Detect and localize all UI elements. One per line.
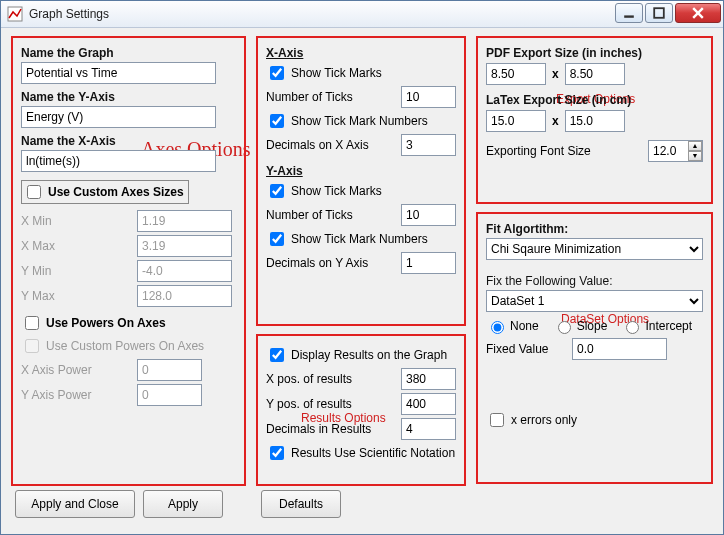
dataset-options-group: Fit Algortithm: Chi Sqaure Minimization …: [476, 212, 713, 484]
x-num-ticks-input[interactable]: [401, 86, 456, 108]
res-decimals-label: Decimals in Results: [266, 422, 395, 436]
fix-slope-label: Slope: [577, 319, 608, 333]
defaults-button[interactable]: Defaults: [261, 490, 341, 518]
font-size-label: Exporting Font Size: [486, 144, 642, 158]
use-custom-powers-label: Use Custom Powers On Axes: [46, 339, 204, 353]
use-powers-checkbox[interactable]: [25, 316, 39, 330]
y-show-nums-label: Show Tick Mark Numbers: [291, 232, 428, 246]
name-x-label: Name the X-Axis: [21, 134, 236, 148]
ypos-input[interactable]: [401, 393, 456, 415]
x-num-ticks-label: Number of Ticks: [266, 90, 395, 104]
apply-close-button[interactable]: Apply and Close: [15, 490, 135, 518]
display-results-checkbox[interactable]: [270, 348, 284, 362]
ymin-input: [137, 260, 232, 282]
use-custom-axes-label: Use Custom Axes Sizes: [48, 185, 184, 199]
y-power-label: Y Axis Power: [21, 388, 131, 402]
res-decimals-input[interactable]: [401, 418, 456, 440]
use-custom-axes-checkbox[interactable]: [27, 185, 41, 199]
fit-algo-label: Fit Algortithm:: [486, 222, 703, 236]
sci-notation-checkbox[interactable]: [270, 446, 284, 460]
xmin-input: [137, 210, 232, 232]
window-title: Graph Settings: [29, 7, 613, 21]
fixed-value-label: Fixed Value: [486, 342, 566, 356]
ymax-label: Y Max: [21, 289, 131, 303]
fix-slope-radio[interactable]: [558, 321, 571, 334]
maximize-button[interactable]: [645, 3, 673, 23]
xmin-label: X Min: [21, 214, 131, 228]
xaxis-header: X-Axis: [266, 46, 456, 60]
y-show-ticks-checkbox[interactable]: [270, 184, 284, 198]
latex-times: x: [552, 114, 559, 128]
close-button[interactable]: [675, 3, 721, 23]
export-options-group: PDF Export Size (in inches) x LaTex Expo…: [476, 36, 713, 204]
svg-rect-2: [654, 8, 664, 18]
latex-width-input[interactable]: [486, 110, 546, 132]
fix-intercept-label: Intercept: [645, 319, 692, 333]
y-decimals-input[interactable]: [401, 252, 456, 274]
xy-axis-group: X-Axis Show Tick Marks Number of Ticks S…: [256, 36, 466, 326]
y-show-ticks-label: Show Tick Marks: [291, 184, 382, 198]
xmax-input: [137, 235, 232, 257]
fix-value-label: Fix the Following Value:: [486, 274, 703, 288]
use-powers-label: Use Powers On Axes: [46, 316, 166, 330]
xmax-label: X Max: [21, 239, 131, 253]
y-num-ticks-input[interactable]: [401, 204, 456, 226]
xpos-label: X pos. of results: [266, 372, 395, 386]
ypos-label: Y pos. of results: [266, 397, 395, 411]
dataset-select[interactable]: DataSet 1: [486, 290, 703, 312]
x-decimals-label: Decimals on X Axis: [266, 138, 395, 152]
results-options-group: Display Results on the Graph X pos. of r…: [256, 334, 466, 486]
x-show-nums-checkbox[interactable]: [270, 114, 284, 128]
xerrors-checkbox[interactable]: [490, 413, 504, 427]
fix-none-label: None: [510, 319, 539, 333]
xerrors-label: x errors only: [511, 413, 577, 427]
y-show-nums-checkbox[interactable]: [270, 232, 284, 246]
name-graph-input[interactable]: [21, 62, 216, 84]
name-graph-label: Name the Graph: [21, 46, 236, 60]
minimize-button[interactable]: [615, 3, 643, 23]
x-decimals-input[interactable]: [401, 134, 456, 156]
pdf-times: x: [552, 67, 559, 81]
fixed-value-input[interactable]: [572, 338, 667, 360]
axes-options-group: Name the Graph Name the Y-Axis Name the …: [11, 36, 246, 486]
name-y-input[interactable]: [21, 106, 216, 128]
apply-button[interactable]: Apply: [143, 490, 223, 518]
ymin-label: Y Min: [21, 264, 131, 278]
pdf-width-input[interactable]: [486, 63, 546, 85]
fix-none-radio[interactable]: [491, 321, 504, 334]
display-results-label: Display Results on the Graph: [291, 348, 447, 362]
sci-notation-label: Results Use Scientific Notation: [291, 446, 455, 460]
x-show-ticks-checkbox[interactable]: [270, 66, 284, 80]
pdf-height-input[interactable]: [565, 63, 625, 85]
xpos-input[interactable]: [401, 368, 456, 390]
yaxis-header: Y-Axis: [266, 164, 456, 178]
fix-intercept-radio[interactable]: [626, 321, 639, 334]
name-x-input[interactable]: [21, 150, 216, 172]
titlebar: Graph Settings: [1, 1, 723, 28]
latex-size-label: LaTex Export Size (in cm): [486, 93, 703, 107]
fit-algo-select[interactable]: Chi Sqaure Minimization: [486, 238, 703, 260]
ymax-input: [137, 285, 232, 307]
y-decimals-label: Decimals on Y Axis: [266, 256, 395, 270]
use-custom-powers-checkbox: [25, 339, 39, 353]
latex-height-input[interactable]: [565, 110, 625, 132]
app-icon: [7, 6, 23, 22]
y-power-input: [137, 384, 202, 406]
x-show-ticks-label: Show Tick Marks: [291, 66, 382, 80]
font-size-down[interactable]: ▼: [688, 151, 702, 161]
name-y-label: Name the Y-Axis: [21, 90, 236, 104]
font-size-up[interactable]: ▲: [688, 141, 702, 151]
x-power-input: [137, 359, 202, 381]
x-power-label: X Axis Power: [21, 363, 131, 377]
pdf-size-label: PDF Export Size (in inches): [486, 46, 703, 60]
window: Graph Settings Axes Options Results Opti…: [0, 0, 724, 535]
x-show-nums-label: Show Tick Mark Numbers: [291, 114, 428, 128]
y-num-ticks-label: Number of Ticks: [266, 208, 395, 222]
